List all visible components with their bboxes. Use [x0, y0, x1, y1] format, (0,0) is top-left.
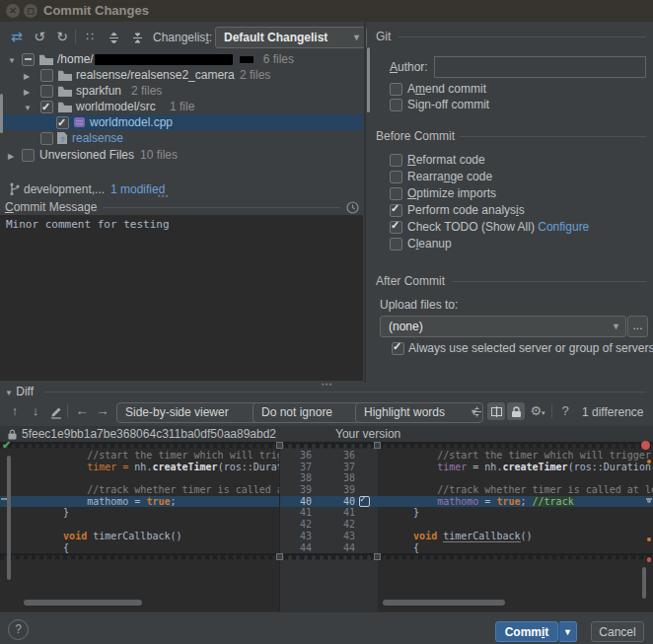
checkbox[interactable] [22, 149, 35, 162]
expand-all-icon[interactable] [105, 28, 122, 45]
tree-row-realsense-camera[interactable]: ▶ realsense/realsense2_camera 2 files [0, 67, 363, 83]
left-horizontal-scrollbar[interactable] [24, 600, 142, 606]
branch-name[interactable]: development,... [24, 182, 105, 196]
refresh-changes-icon[interactable]: ⇄ [8, 28, 26, 45]
commit-message-editor[interactable]: Minor comment for testing [0, 215, 363, 381]
checkbox-checked[interactable] [56, 116, 69, 129]
checkbox[interactable] [40, 85, 53, 98]
reformat-code-checkbox[interactable] [390, 154, 402, 167]
next-difference-icon[interactable]: ↓ [27, 402, 44, 420]
diff-splitter-handle[interactable]: ▪▪▪ [322, 380, 333, 389]
diff-help-icon[interactable]: ? [556, 402, 574, 420]
changes-tree[interactable]: ▼ /home/ 6 files ▶ realsense/realsense2_… [0, 49, 363, 174]
always-use-server-checkbox[interactable] [392, 342, 404, 355]
message-history-icon[interactable] [346, 201, 359, 214]
chevron-collapsed-icon[interactable]: ▶ [8, 149, 14, 165]
cancel-button[interactable]: Cancel [591, 621, 644, 642]
configure-link[interactable]: Configure [538, 220, 589, 234]
disable-editing-lock-icon[interactable] [507, 402, 525, 420]
error-stripe-mark[interactable] [647, 557, 651, 562]
fold-marker-icon[interactable] [276, 442, 283, 449]
commit-options-arrow[interactable]: ▼ [558, 621, 577, 642]
check-todo-checkbox[interactable] [390, 221, 402, 234]
git-section-label: Git [376, 30, 391, 43]
signoff-commit-checkbox[interactable] [390, 99, 402, 111]
viewer-mode-dropdown[interactable]: Side-by-side viewer▼ [116, 402, 268, 423]
checkbox[interactable] [40, 132, 53, 145]
diff-section-toggle[interactable]: ▼ Diff [5, 385, 34, 398]
include-change-checkbox[interactable] [359, 496, 370, 507]
code-line [378, 519, 653, 531]
tree-row-root[interactable]: ▼ /home/ 6 files [0, 51, 363, 67]
cleanup-checkbox[interactable] [390, 238, 402, 250]
right-horizontal-scrollbar[interactable] [383, 600, 505, 606]
refresh-icon[interactable]: ↻ [53, 28, 71, 45]
close-icon[interactable]: ✕ [6, 4, 20, 18]
warning-stripe-mark[interactable] [647, 460, 651, 464]
rollback-icon[interactable]: ↺ [31, 28, 48, 45]
browse-servers-button[interactable]: ... [627, 316, 648, 337]
change-stripe-mark[interactable] [647, 499, 651, 503]
previous-change-icon[interactable]: ← [73, 402, 91, 420]
collapse-all-icon[interactable] [128, 28, 146, 45]
code-line: //start the timer which will trigger the [0, 450, 279, 462]
difference-count: 1 difference [582, 405, 644, 419]
amend-commit-checkbox[interactable] [390, 83, 402, 96]
git-branch-icon [9, 182, 20, 195]
left-revision-title: 5feec1e9bb1a7be368064c311ba0df50aa89abd2 [22, 427, 276, 441]
chevron-down-icon: ▼ [612, 317, 620, 336]
tree-row-realsense[interactable]: ? realsense [0, 130, 363, 146]
ignore-policy-dropdown[interactable]: Do not ignore▼ [253, 402, 371, 423]
checkbox-root[interactable] [22, 53, 35, 66]
chevron-down-icon: ▼ [352, 28, 361, 47]
fold-marker-icon[interactable] [374, 553, 381, 560]
rearrange-code-checkbox[interactable] [390, 171, 402, 183]
tree-label: /home/ [57, 51, 94, 67]
left-vertical-scrollbar[interactable] [7, 456, 11, 580]
panel-splitter[interactable] [364, 22, 366, 383]
changelist-dropdown[interactable]: Default Changelist ▼ [215, 27, 367, 48]
help-button[interactable]: ? [8, 619, 29, 640]
options-scrollbar[interactable] [367, 47, 370, 112]
tree-row-worldmodel-src[interactable]: ▼ worldmodel/src 1 file [0, 99, 363, 114]
splitter-handle[interactable]: ▪▪▪ [158, 191, 170, 200]
tree-scrollbar[interactable] [0, 94, 3, 133]
before-commit-section-label: Before Commit [376, 129, 455, 143]
code-line: timer = nh.createTimer(ros::Duration( [0, 462, 279, 473]
checkbox-checked[interactable] [40, 101, 53, 113]
fold-marker-icon[interactable] [374, 442, 381, 449]
tree-row-unversioned[interactable]: ▶ Unversioned Files 10 files [0, 147, 363, 163]
checkbox[interactable] [40, 69, 53, 82]
highlight-policy-dropdown[interactable]: Highlight words▼ [355, 402, 483, 423]
code-line: timer = nh.createTimer(ros::Duration(5 [378, 462, 653, 473]
code-line [0, 519, 279, 531]
maximize-icon[interactable]: ◻ [24, 4, 37, 18]
file-count: 10 files [140, 147, 178, 163]
fold-marker-icon[interactable] [276, 553, 283, 560]
left-diff-editor[interactable]: //start the timer which will trigger the… [0, 442, 279, 611]
toolbar-separator [551, 404, 552, 418]
right-diff-editor[interactable]: //start the timer which will trigger the… [378, 442, 653, 611]
gutter-row: 3737 [280, 462, 378, 473]
diff-settings-gear-icon[interactable]: ⚙▾ [529, 402, 546, 420]
tree-row-sparkfun[interactable]: ▶ sparkfun 2 files [0, 83, 363, 99]
upload-target-dropdown[interactable]: (none) ▼ [380, 316, 626, 337]
tree-label: realsense [72, 130, 123, 146]
tree-row-worldmodel-cpp[interactable]: worldmodel.cpp [0, 114, 363, 130]
code-analysis-checkbox[interactable] [390, 204, 402, 217]
author-input[interactable] [434, 56, 646, 78]
tree-label-selected: worldmodel.cpp [90, 114, 173, 130]
next-change-icon[interactable]: → [94, 402, 111, 420]
previous-difference-icon[interactable]: ↑ [6, 402, 24, 420]
collapse-unchanged-icon[interactable] [468, 402, 485, 420]
edit-source-icon[interactable] [47, 402, 65, 420]
warning-stripe-mark[interactable] [647, 537, 651, 541]
right-vertical-scrollbar[interactable] [642, 567, 646, 599]
diff-titles-row: 5feec1e9bb1a7be368064c311ba0df50aa89abd2… [0, 426, 653, 443]
window-title: Commit Changes [43, 3, 149, 18]
code-line: //track whether timer is called at leas [378, 484, 653, 496]
sync-scrolling-icon[interactable] [487, 402, 505, 420]
commit-button[interactable]: Commit [495, 621, 558, 642]
group-by-icon[interactable]: ∷ [81, 28, 99, 45]
optimize-imports-checkbox[interactable] [390, 187, 402, 200]
